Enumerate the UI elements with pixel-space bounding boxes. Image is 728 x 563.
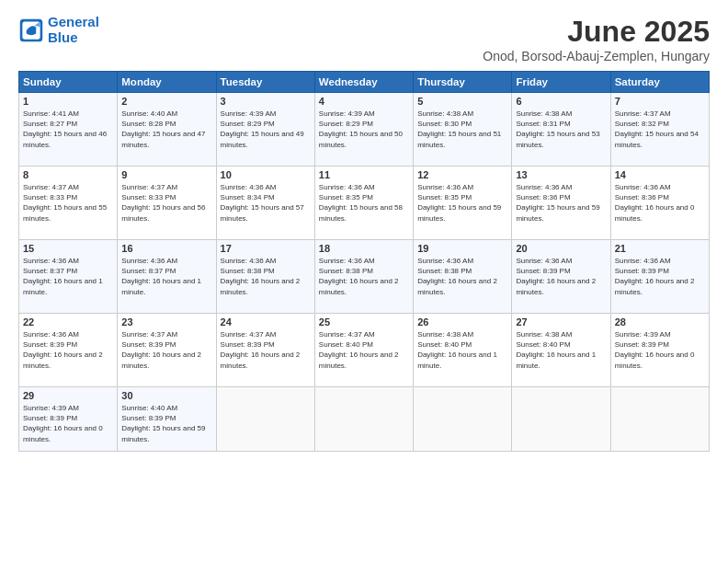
day-number: 26 [417, 316, 507, 327]
day-info: Sunrise: 4:36 AM Sunset: 8:39 PM Dayligh… [615, 256, 705, 297]
title-area: June 2025 Onod, Borsod-Abauj-Zemplen, Hu… [483, 15, 710, 63]
header-wednesday: Wednesday [314, 72, 413, 93]
header-sunday: Sunday [19, 72, 118, 93]
day-info: Sunrise: 4:38 AM Sunset: 8:40 PM Dayligh… [417, 329, 507, 371]
header-tuesday: Tuesday [216, 72, 314, 93]
day-number: 5 [417, 96, 507, 107]
header-saturday: Saturday [610, 72, 709, 93]
table-row: 30 Sunrise: 4:40 AM Sunset: 8:39 PM Dayl… [118, 387, 216, 452]
table-row: 19 Sunrise: 4:36 AM Sunset: 8:38 PM Dayl… [414, 240, 512, 314]
day-number: 18 [319, 243, 409, 254]
table-row [512, 387, 610, 452]
table-row: 28 Sunrise: 4:39 AM Sunset: 8:39 PM Dayl… [610, 314, 709, 387]
day-number: 14 [615, 169, 705, 180]
table-row: 24 Sunrise: 4:37 AM Sunset: 8:39 PM Dayl… [216, 314, 314, 387]
day-number: 20 [516, 243, 606, 254]
header: General Blue June 2025 Onod, Borsod-Abau… [18, 15, 710, 63]
day-info: Sunrise: 4:36 AM Sunset: 8:39 PM Dayligh… [516, 256, 606, 297]
day-info: Sunrise: 4:38 AM Sunset: 8:40 PM Dayligh… [516, 329, 606, 371]
day-number: 22 [23, 316, 113, 327]
table-row: 3 Sunrise: 4:39 AM Sunset: 8:29 PM Dayli… [216, 93, 314, 167]
table-row: 17 Sunrise: 4:36 AM Sunset: 8:38 PM Dayl… [216, 240, 314, 314]
table-row: 27 Sunrise: 4:38 AM Sunset: 8:40 PM Dayl… [512, 314, 610, 387]
header-friday: Friday [512, 72, 610, 93]
day-info: Sunrise: 4:36 AM Sunset: 8:36 PM Dayligh… [516, 182, 606, 224]
main-title: June 2025 [483, 15, 710, 49]
day-info: Sunrise: 4:37 AM Sunset: 8:33 PM Dayligh… [121, 182, 211, 224]
day-info: Sunrise: 4:36 AM Sunset: 8:36 PM Dayligh… [615, 182, 705, 224]
day-info: Sunrise: 4:36 AM Sunset: 8:39 PM Dayligh… [23, 329, 113, 371]
table-row: 16 Sunrise: 4:36 AM Sunset: 8:37 PM Dayl… [118, 240, 216, 314]
day-info: Sunrise: 4:39 AM Sunset: 8:29 PM Dayligh… [221, 109, 311, 150]
day-info: Sunrise: 4:37 AM Sunset: 8:40 PM Dayligh… [319, 329, 409, 371]
table-row: 12 Sunrise: 4:36 AM Sunset: 8:35 PM Dayl… [414, 167, 512, 240]
day-info: Sunrise: 4:36 AM Sunset: 8:35 PM Dayligh… [319, 182, 409, 224]
day-number: 9 [121, 169, 211, 180]
day-number: 29 [23, 390, 113, 401]
day-number: 17 [221, 243, 311, 254]
table-row: 10 Sunrise: 4:36 AM Sunset: 8:34 PM Dayl… [216, 167, 314, 240]
table-row: 8 Sunrise: 4:37 AM Sunset: 8:33 PM Dayli… [19, 167, 118, 240]
day-number: 27 [516, 316, 606, 327]
day-info: Sunrise: 4:39 AM Sunset: 8:29 PM Dayligh… [319, 109, 409, 150]
day-info: Sunrise: 4:40 AM Sunset: 8:28 PM Dayligh… [121, 109, 211, 150]
day-info: Sunrise: 4:38 AM Sunset: 8:30 PM Dayligh… [417, 109, 507, 150]
page: General Blue June 2025 Onod, Borsod-Abau… [0, 0, 728, 563]
table-row: 2 Sunrise: 4:40 AM Sunset: 8:28 PM Dayli… [118, 93, 216, 167]
day-info: Sunrise: 4:37 AM Sunset: 8:33 PM Dayligh… [23, 182, 113, 224]
day-number: 12 [417, 169, 507, 180]
table-row: 6 Sunrise: 4:38 AM Sunset: 8:31 PM Dayli… [512, 93, 610, 167]
day-number: 24 [221, 316, 311, 327]
header-monday: Monday [118, 72, 216, 93]
day-number: 16 [121, 243, 211, 254]
day-number: 25 [319, 316, 409, 327]
day-info: Sunrise: 4:36 AM Sunset: 8:35 PM Dayligh… [417, 182, 507, 224]
day-number: 3 [221, 96, 311, 107]
calendar-table: Sunday Monday Tuesday Wednesday Thursday… [18, 71, 710, 452]
day-number: 15 [23, 243, 113, 254]
table-row: 1 Sunrise: 4:41 AM Sunset: 8:27 PM Dayli… [19, 93, 118, 167]
day-number: 4 [319, 96, 409, 107]
day-info: Sunrise: 4:41 AM Sunset: 8:27 PM Dayligh… [23, 109, 113, 150]
table-row: 13 Sunrise: 4:36 AM Sunset: 8:36 PM Dayl… [512, 167, 610, 240]
subtitle: Onod, Borsod-Abauj-Zemplen, Hungary [483, 49, 710, 63]
day-number: 6 [516, 96, 606, 107]
table-row: 25 Sunrise: 4:37 AM Sunset: 8:40 PM Dayl… [314, 314, 413, 387]
table-row: 4 Sunrise: 4:39 AM Sunset: 8:29 PM Dayli… [314, 93, 413, 167]
table-row: 18 Sunrise: 4:36 AM Sunset: 8:38 PM Dayl… [314, 240, 413, 314]
logo-icon [18, 17, 44, 43]
day-info: Sunrise: 4:40 AM Sunset: 8:39 PM Dayligh… [121, 403, 211, 444]
day-number: 2 [121, 96, 211, 107]
table-row [216, 387, 314, 452]
day-number: 11 [319, 169, 409, 180]
table-row: 7 Sunrise: 4:37 AM Sunset: 8:32 PM Dayli… [610, 93, 709, 167]
day-info: Sunrise: 4:36 AM Sunset: 8:38 PM Dayligh… [319, 256, 409, 297]
logo: General Blue [18, 15, 99, 45]
day-info: Sunrise: 4:36 AM Sunset: 8:38 PM Dayligh… [221, 256, 311, 297]
day-number: 23 [121, 316, 211, 327]
calendar-header-row: Sunday Monday Tuesday Wednesday Thursday… [19, 72, 710, 93]
table-row: 22 Sunrise: 4:36 AM Sunset: 8:39 PM Dayl… [19, 314, 118, 387]
day-number: 30 [121, 390, 211, 401]
day-info: Sunrise: 4:36 AM Sunset: 8:37 PM Dayligh… [121, 256, 211, 297]
day-number: 13 [516, 169, 606, 180]
day-info: Sunrise: 4:39 AM Sunset: 8:39 PM Dayligh… [615, 329, 705, 371]
day-info: Sunrise: 4:39 AM Sunset: 8:39 PM Dayligh… [23, 403, 113, 444]
day-info: Sunrise: 4:38 AM Sunset: 8:31 PM Dayligh… [516, 109, 606, 150]
logo-text: General Blue [48, 15, 99, 45]
day-info: Sunrise: 4:37 AM Sunset: 8:32 PM Dayligh… [615, 109, 705, 150]
table-row: 14 Sunrise: 4:36 AM Sunset: 8:36 PM Dayl… [610, 167, 709, 240]
day-number: 7 [615, 96, 705, 107]
table-row: 21 Sunrise: 4:36 AM Sunset: 8:39 PM Dayl… [610, 240, 709, 314]
table-row: 20 Sunrise: 4:36 AM Sunset: 8:39 PM Dayl… [512, 240, 610, 314]
day-info: Sunrise: 4:36 AM Sunset: 8:37 PM Dayligh… [23, 256, 113, 297]
day-number: 19 [417, 243, 507, 254]
table-row: 29 Sunrise: 4:39 AM Sunset: 8:39 PM Dayl… [19, 387, 118, 452]
day-number: 10 [221, 169, 311, 180]
day-info: Sunrise: 4:37 AM Sunset: 8:39 PM Dayligh… [121, 329, 211, 371]
day-info: Sunrise: 4:37 AM Sunset: 8:39 PM Dayligh… [221, 329, 311, 371]
table-row [610, 387, 709, 452]
table-row: 15 Sunrise: 4:36 AM Sunset: 8:37 PM Dayl… [19, 240, 118, 314]
table-row: 9 Sunrise: 4:37 AM Sunset: 8:33 PM Dayli… [118, 167, 216, 240]
day-number: 21 [615, 243, 705, 254]
